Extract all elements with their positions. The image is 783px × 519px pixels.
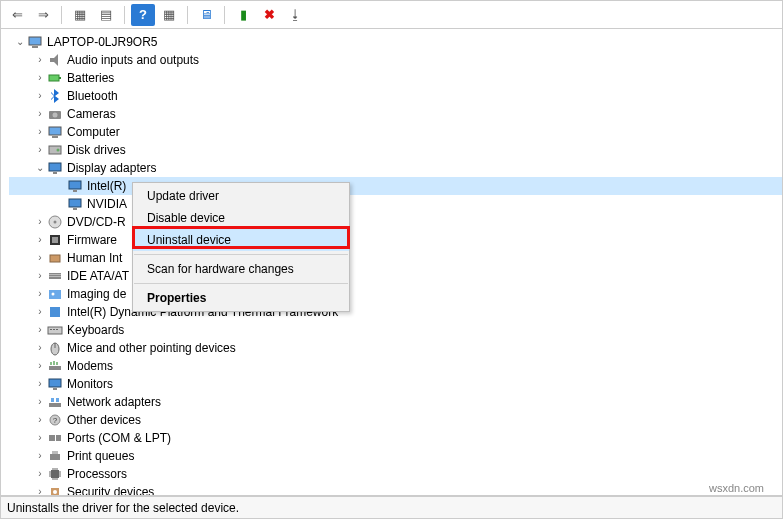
svg-rect-3 xyxy=(59,77,61,79)
properties-button[interactable]: ▤ xyxy=(94,4,118,26)
chevron-right-icon[interactable]: › xyxy=(33,429,47,447)
chevron-right-icon[interactable]: › xyxy=(33,249,47,267)
chevron-right-icon[interactable]: › xyxy=(33,231,47,249)
display-icon xyxy=(47,160,63,176)
chevron-right-icon[interactable]: › xyxy=(33,339,47,357)
disk-icon xyxy=(47,142,63,158)
ctx-disable-device[interactable]: Disable device xyxy=(133,207,349,229)
chevron-right-icon[interactable]: › xyxy=(33,321,47,339)
tree-device[interactable]: · NVIDIA xyxy=(9,195,782,213)
modem-icon xyxy=(47,358,63,374)
svg-point-9 xyxy=(57,149,60,152)
print-icon xyxy=(47,448,63,464)
svg-rect-30 xyxy=(56,329,58,330)
bluetooth-icon xyxy=(47,88,63,104)
chevron-right-icon[interactable]: › xyxy=(33,411,47,429)
firmware-icon xyxy=(47,232,63,248)
chevron-right-icon[interactable]: › xyxy=(33,87,47,105)
tree-category[interactable]: › ? Other devices xyxy=(9,411,782,429)
chevron-right-icon[interactable]: › xyxy=(33,51,47,69)
tree-category[interactable]: › Audio inputs and outputs xyxy=(9,51,782,69)
svg-rect-20 xyxy=(50,255,60,262)
action-dropdown-button[interactable]: ⭳ xyxy=(283,4,307,26)
ctx-uninstall-device[interactable]: Uninstall device xyxy=(133,229,349,251)
tree-category[interactable]: › Disk drives xyxy=(9,141,782,159)
ctx-separator xyxy=(134,254,348,255)
tree-category[interactable]: › Firmware xyxy=(9,231,782,249)
chevron-right-icon[interactable]: › xyxy=(33,105,47,123)
svg-rect-22 xyxy=(49,274,61,275)
svg-rect-38 xyxy=(56,398,59,402)
hid-icon xyxy=(47,250,63,266)
chevron-right-icon[interactable]: › xyxy=(33,285,47,303)
tree-category[interactable]: › Bluetooth xyxy=(9,87,782,105)
tree-category[interactable]: ⌄ Display adapters xyxy=(9,159,782,177)
tree-root[interactable]: ⌄ LAPTOP-0LJR9OR5 xyxy=(9,33,782,51)
device-label: NVIDIA xyxy=(87,195,127,213)
chevron-right-icon[interactable]: › xyxy=(33,123,47,141)
svg-rect-29 xyxy=(53,329,55,330)
cpu-icon xyxy=(47,466,63,482)
tree-category[interactable]: › Mice and other pointing devices xyxy=(9,339,782,357)
tree-category[interactable]: › Monitors xyxy=(9,375,782,393)
tree-category[interactable]: › Human Int xyxy=(9,249,782,267)
chevron-right-icon[interactable]: › xyxy=(33,375,47,393)
update-driver-button[interactable]: 🖥 xyxy=(194,4,218,26)
category-label: IDE ATA/AT xyxy=(67,267,129,285)
chevron-right-icon[interactable]: › xyxy=(33,483,47,495)
tree-category[interactable]: › Intel(R) Dynamic Platform and Thermal … xyxy=(9,303,782,321)
enable-button[interactable]: ▮ xyxy=(231,4,255,26)
chevron-right-icon[interactable]: › xyxy=(33,69,47,87)
ctx-properties[interactable]: Properties xyxy=(133,287,349,309)
tree-category[interactable]: › Keyboards xyxy=(9,321,782,339)
svg-rect-42 xyxy=(56,435,61,441)
tree-device[interactable]: · Intel(R) xyxy=(9,177,782,195)
tree-category[interactable]: › Cameras xyxy=(9,105,782,123)
ctx-update-driver[interactable]: Update driver xyxy=(133,185,349,207)
tree-category[interactable]: › Batteries xyxy=(9,69,782,87)
tree-category[interactable]: › Security devices xyxy=(9,483,782,495)
tree-category[interactable]: › Ports (COM & LPT) xyxy=(9,429,782,447)
tree-category[interactable]: › Print queues xyxy=(9,447,782,465)
tree-category[interactable]: › Network adapters xyxy=(9,393,782,411)
tree-category[interactable]: › Modems xyxy=(9,357,782,375)
scan-button[interactable]: ▦ xyxy=(157,4,181,26)
tree-category[interactable]: › DVD/CD-R xyxy=(9,213,782,231)
uninstall-button[interactable]: ✖ xyxy=(257,4,281,26)
help-button[interactable]: ? xyxy=(131,4,155,26)
toolbar-separator xyxy=(61,6,62,24)
chevron-right-icon[interactable]: › xyxy=(33,267,47,285)
svg-rect-43 xyxy=(50,454,60,460)
back-button[interactable]: ⇐ xyxy=(5,4,29,26)
tree-category[interactable]: › Processors xyxy=(9,465,782,483)
chevron-right-icon[interactable]: › xyxy=(33,393,47,411)
chevron-right-icon[interactable]: › xyxy=(33,447,47,465)
tree-category[interactable]: › Imaging de xyxy=(9,285,782,303)
show-hidden-button[interactable]: ▦ xyxy=(68,4,92,26)
chevron-down-icon[interactable]: ⌄ xyxy=(33,159,47,177)
chevron-right-icon[interactable]: › xyxy=(33,141,47,159)
ctx-separator xyxy=(134,283,348,284)
security-icon xyxy=(47,484,63,495)
category-label: Print queues xyxy=(67,447,134,465)
monitor-icon xyxy=(47,376,63,392)
tree-category[interactable]: › IDE ATA/AT xyxy=(9,267,782,285)
computer-icon xyxy=(27,34,43,50)
svg-rect-15 xyxy=(73,208,77,210)
tree-category[interactable]: › Computer xyxy=(9,123,782,141)
chevron-right-icon[interactable]: › xyxy=(33,303,47,321)
chevron-down-icon[interactable]: ⌄ xyxy=(13,33,27,51)
chevron-right-icon[interactable]: › xyxy=(33,357,47,375)
category-label: Firmware xyxy=(67,231,117,249)
svg-rect-0 xyxy=(29,37,41,45)
forward-button[interactable]: ⇒ xyxy=(31,4,55,26)
device-tree[interactable]: ⌄ LAPTOP-0LJR9OR5 › Audio inputs and out… xyxy=(1,29,782,495)
ctx-scan-hardware[interactable]: Scan for hardware changes xyxy=(133,258,349,280)
category-label: Keyboards xyxy=(67,321,124,339)
chevron-right-icon[interactable]: › xyxy=(33,213,47,231)
svg-rect-26 xyxy=(50,307,60,317)
category-label: Human Int xyxy=(67,249,122,267)
ide-icon xyxy=(47,268,63,284)
chevron-right-icon[interactable]: › xyxy=(33,465,47,483)
svg-rect-24 xyxy=(49,290,61,299)
